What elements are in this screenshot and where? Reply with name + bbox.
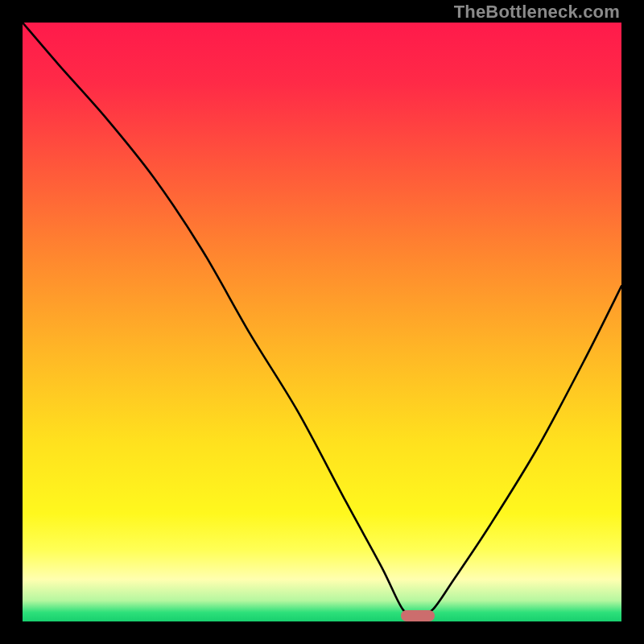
bottleneck-chart [23, 23, 621, 621]
chart-frame [23, 23, 621, 621]
optimal-marker [401, 610, 435, 621]
gradient-background [23, 23, 621, 621]
watermark-text: TheBottleneck.com [454, 2, 620, 23]
